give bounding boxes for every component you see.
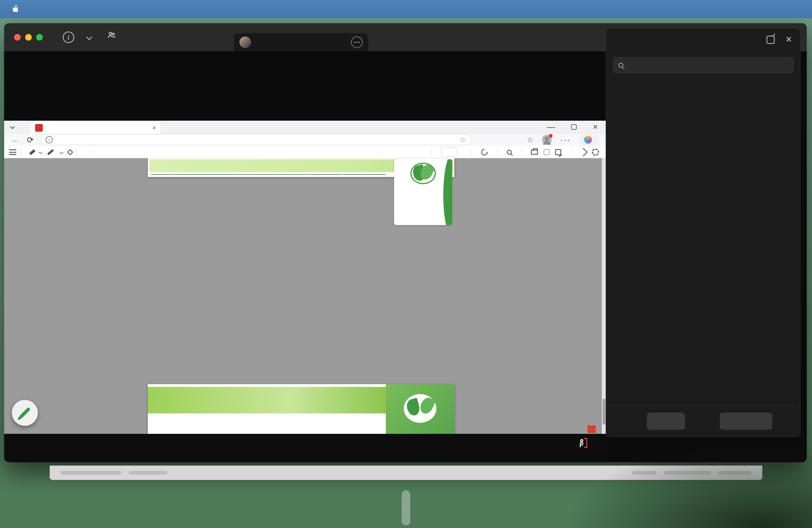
pdf-favicon — [35, 124, 43, 132]
pdf-toolbar — [4, 146, 606, 158]
search-input[interactable] — [627, 60, 788, 70]
tab-options-icon[interactable] — [351, 36, 363, 48]
snau-logo-card — [394, 159, 452, 225]
close-tab-icon[interactable]: × — [152, 124, 156, 132]
apple-menu-icon[interactable] — [11, 4, 19, 14]
dock — [402, 490, 410, 525]
col-control — [343, 174, 386, 175]
pop-out-icon[interactable] — [766, 35, 775, 44]
print-icon[interactable] — [531, 150, 538, 155]
minimize-window-button[interactable] — [25, 34, 32, 41]
annotate-button[interactable] — [12, 400, 38, 426]
browser-menu-icon[interactable]: ··· — [560, 135, 571, 144]
snau-leaf-logo-icon — [404, 394, 436, 423]
leave-button[interactable] — [577, 437, 590, 451]
refresh-icon[interactable]: ⟳ — [27, 135, 34, 145]
background-window-strip — [50, 466, 762, 480]
macos-menu-bar — [0, 0, 812, 18]
tab-meeting[interactable] — [106, 30, 121, 40]
page-number-field[interactable] — [441, 147, 456, 157]
chevron-down-icon[interactable] — [86, 34, 92, 40]
zoom-fullscreen-button[interactable] — [36, 34, 43, 41]
snau-leaf-logo-icon — [410, 163, 436, 184]
tab-shared-screen[interactable] — [234, 33, 368, 52]
participants-header: × — [606, 28, 800, 52]
pen-icon — [47, 149, 54, 155]
copilot-icon — [584, 136, 592, 144]
pdf-search-icon[interactable] — [507, 150, 512, 155]
browser-url-bar: ← ⟳ i ☆ ☆ ··· — [4, 133, 606, 146]
notification-dot — [549, 134, 553, 138]
col-credits — [309, 174, 343, 175]
browser-minimize-icon[interactable]: — — [547, 122, 555, 132]
pdf-page-1 — [148, 158, 454, 177]
highlighter-icon — [29, 149, 35, 155]
search-icon — [619, 63, 623, 68]
draw-tool[interactable] — [47, 151, 63, 153]
meeting-info-icon[interactable]: i — [63, 31, 74, 43]
tab-search-chevron-icon[interactable] — [10, 124, 15, 129]
video-thumbnail-strip — [4, 52, 608, 111]
pencil-icon — [19, 407, 31, 419]
participants-footer — [606, 406, 800, 437]
site-info-icon[interactable]: i — [46, 136, 53, 143]
slide2-university-header — [148, 387, 386, 413]
participants-search-box[interactable] — [613, 57, 794, 73]
close-window-button[interactable] — [14, 34, 21, 41]
close-icon[interactable]: × — [786, 34, 792, 44]
pdf-contents-icon[interactable] — [9, 149, 16, 155]
profile-avatar-icon[interactable] — [542, 135, 552, 145]
pdf-settings-icon[interactable] — [592, 149, 599, 156]
acrobat-tray-icon — [588, 425, 596, 433]
people-icon — [106, 30, 117, 40]
save-as-icon[interactable] — [555, 149, 561, 155]
program-components-table — [150, 174, 386, 175]
pdf-content-area — [4, 158, 606, 462]
rotate-icon[interactable] — [480, 147, 489, 157]
avatar — [240, 36, 251, 48]
shared-screen-browser: × — × ← ⟳ i ☆ ☆ — [4, 121, 606, 462]
zoom-meeting-toolbar — [4, 434, 608, 462]
favorites-icon[interactable]: ☆ — [527, 135, 534, 144]
address-field[interactable]: i ☆ — [40, 134, 471, 145]
col-code — [151, 174, 173, 175]
participants-panel: × — [606, 28, 800, 437]
table-header-row — [151, 174, 386, 175]
fullscreen-icon[interactable] — [579, 148, 588, 156]
eraser-icon[interactable] — [67, 149, 73, 155]
copilot-chat-button[interactable] — [579, 134, 599, 145]
col-component — [173, 174, 309, 175]
browser-close-icon[interactable]: × — [593, 122, 598, 132]
leave-door-icon — [577, 437, 590, 449]
highlight-tool[interactable] — [29, 151, 42, 153]
pdf-scrollbar-thumb[interactable] — [603, 399, 605, 425]
bookmark-star-icon[interactable]: ☆ — [460, 136, 466, 144]
desktop-screen: i — [0, 0, 812, 528]
browser-tab[interactable]: × — [31, 122, 160, 133]
unmute-me-button[interactable] — [720, 413, 772, 430]
browser-restore-icon[interactable] — [571, 124, 577, 130]
browser-tab-bar: × — × — [4, 121, 606, 133]
invite-button[interactable] — [647, 413, 685, 430]
save-icon[interactable] — [543, 149, 550, 155]
back-icon[interactable]: ← — [11, 135, 19, 144]
